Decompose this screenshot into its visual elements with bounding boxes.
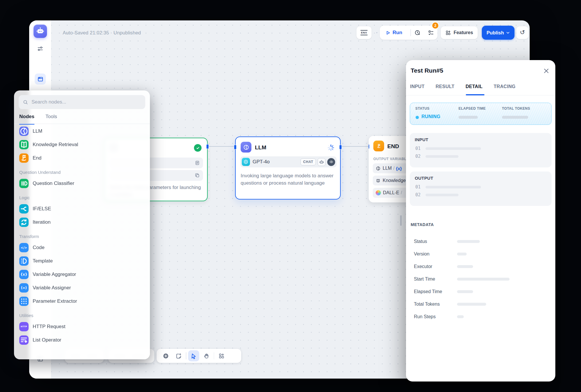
model-selector[interactable]: GPT-4o CHAT — [240, 156, 337, 167]
tab-input[interactable]: INPUT — [410, 84, 425, 89]
add-note-button[interactable] — [173, 350, 184, 361]
tab-detail[interactable]: DETAIL — [466, 84, 482, 89]
history-restore-icon: ↺ — [520, 29, 525, 36]
eye-icon — [329, 160, 334, 164]
tab-tools[interactable]: Tools — [46, 114, 57, 125]
tab-nodes[interactable]: Nodes — [19, 114, 34, 125]
vision-badge[interactable] — [327, 158, 335, 166]
llm-output-handle[interactable] — [339, 145, 342, 150]
node-item-iteration[interactable]: Iteration — [19, 218, 146, 227]
node-item-knowledge-retrieval[interactable]: Knowledge Retrieval — [19, 140, 146, 149]
checklist-button[interactable] — [424, 30, 438, 36]
node-panel-tabs: NodesTools — [19, 114, 57, 125]
sliders-icon[interactable] — [37, 46, 43, 52]
panel-toggle-button[interactable] — [35, 74, 46, 85]
list-icon — [19, 335, 29, 345]
organize-nodes-button[interactable] — [216, 350, 227, 361]
group-header: Logic — [19, 195, 146, 200]
features-label: Features — [454, 30, 473, 35]
app-logo[interactable] — [34, 24, 47, 38]
metadata-label: Status — [414, 239, 457, 244]
metadata-value-placeholder — [457, 315, 464, 318]
canvas-scrollbar[interactable] — [400, 215, 402, 226]
node-item-list-operator[interactable]: List Operator — [19, 335, 146, 345]
metadata-row: Elapsed Time — [414, 285, 550, 298]
llm-node[interactable]: LLM GPT-4o CHAT Invoking large language … — [235, 136, 341, 200]
run-history-button[interactable] — [411, 30, 424, 36]
toolbar-separator-dot — [376, 32, 377, 33]
node-item-label: Template — [33, 258, 53, 264]
version-history-button[interactable]: ↺ — [516, 26, 528, 39]
elapsed-column-label: ELAPSED TIME — [459, 106, 486, 111]
features-button[interactable]: Features — [441, 26, 478, 39]
code-icon: </> — [19, 243, 29, 252]
metadata-title: METADATA — [411, 222, 434, 227]
node-item-llm[interactable]: LLM — [19, 127, 146, 136]
run-label: Run — [393, 30, 402, 36]
node-item-variable-aggregator[interactable]: {x}Variable Aggregator — [19, 270, 146, 279]
hand-icon — [203, 353, 209, 359]
aggregator-icon: {x} — [19, 270, 29, 279]
node-item-code[interactable]: </>Code — [19, 243, 146, 252]
publish-button[interactable]: Publish — [482, 26, 514, 40]
node-item-if-else[interactable]: IF/ELSE — [19, 204, 146, 214]
extractor-icon — [19, 297, 29, 306]
node-search[interactable] — [19, 95, 145, 109]
llm-input-handle[interactable] — [234, 145, 237, 150]
checklist-icon — [428, 30, 434, 36]
node-item-end[interactable]: End — [19, 153, 146, 163]
running-status-dot — [416, 116, 419, 119]
test-run-tabs: INPUTRESULTDETAILTRACING — [410, 84, 516, 89]
assigner-icon: (=) — [19, 283, 29, 293]
node-item-template[interactable]: Template — [19, 256, 146, 266]
run-button[interactable]: Run — [380, 30, 410, 36]
tab-result[interactable]: RESULT — [436, 84, 455, 89]
canvas-toolbar — [157, 349, 241, 363]
node-item-label: Variable Aggregator — [33, 272, 76, 277]
grid-plus-icon — [445, 30, 451, 36]
node-item-http-request[interactable]: HTTPHTTP Request — [19, 322, 146, 331]
status-column-label: STATUS — [415, 106, 430, 111]
llm-icon — [19, 127, 29, 136]
play-icon — [386, 30, 391, 35]
hand-tool-button[interactable] — [201, 350, 212, 361]
llm-node-title: LLM — [255, 144, 266, 151]
node-item-variable-assigner[interactable]: (=)Variable Assigner — [19, 283, 146, 293]
ifelse-icon — [19, 204, 29, 214]
node-list: LLMKnowledge RetrievalEndQuestion Unders… — [19, 127, 146, 349]
node-item-label: Parameter Extractor — [33, 298, 77, 304]
end-input-handle[interactable] — [369, 144, 370, 149]
input-card-title: INPUT — [415, 137, 428, 142]
node-item-label: Iteration — [33, 219, 50, 225]
node-item-parameter-extractor[interactable]: Parameter Extractor — [19, 297, 146, 306]
book-icon — [376, 178, 381, 183]
metadata-label: Executor — [414, 264, 457, 269]
metadata-label: Elapsed Time — [414, 289, 457, 294]
loading-spinner-icon — [328, 144, 334, 151]
add-node-button[interactable] — [160, 350, 171, 361]
metadata-row: Total Tokens — [414, 298, 550, 310]
group-header: Question Understand — [19, 170, 146, 175]
node-item-question-classifier[interactable]: Question Classifier — [19, 179, 146, 188]
metadata-row: Run Steps — [414, 310, 550, 323]
iteration-icon — [19, 218, 29, 227]
agent-badge[interactable] — [318, 158, 326, 166]
divider — [186, 352, 186, 359]
classifier-icon — [19, 179, 29, 188]
variable-source: DALL-E — [383, 190, 399, 195]
chat-mode-badge: CHAT — [300, 158, 316, 165]
pointer-tool-button[interactable] — [188, 350, 199, 361]
search-icon — [23, 99, 28, 105]
node-item-label: LLM — [33, 128, 42, 134]
search-input[interactable] — [31, 99, 141, 105]
row-number: 02 — [415, 192, 421, 197]
robot-icon — [319, 160, 324, 164]
run-toolbar: Run 2 — [380, 26, 438, 40]
env-button[interactable]: ENV — [356, 26, 372, 39]
node-item-label: Question Classifier — [33, 181, 74, 186]
start-node-output-handle[interactable] — [206, 144, 209, 149]
metadata-label: Version — [414, 251, 457, 257]
close-icon[interactable] — [543, 68, 550, 74]
metadata-value-placeholder — [457, 265, 473, 268]
tab-tracing[interactable]: TRACING — [494, 84, 516, 89]
